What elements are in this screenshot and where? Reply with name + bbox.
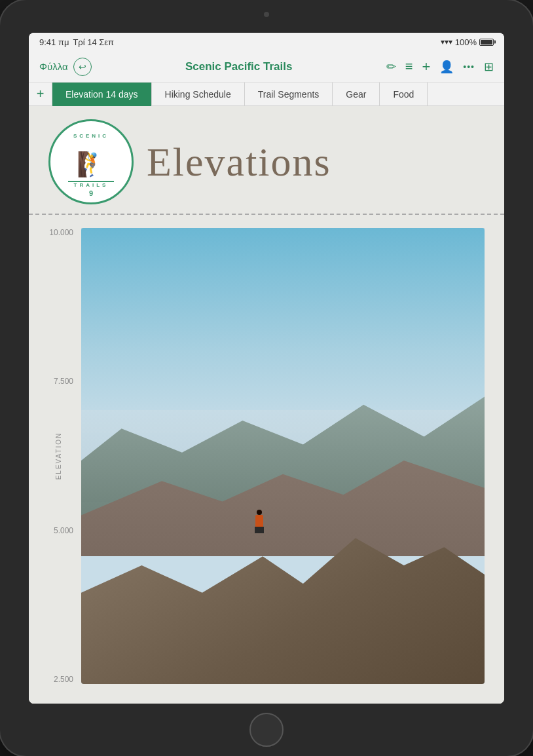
share-icon[interactable]: 👤 <box>439 60 454 74</box>
tab-food[interactable]: Food <box>380 83 428 106</box>
undo-button[interactable]: ↩ <box>73 58 92 76</box>
mountain-sky <box>81 228 485 433</box>
tab-elevation[interactable]: Elevation 14 days <box>52 83 152 106</box>
toolbar-right: ✏ ≡ + 👤 ••• ⊞ <box>386 58 494 75</box>
wifi-icon: ▾▾▾ <box>441 37 452 47</box>
main-content: SCENIC 🧗 TRAILS 9 Elevations <box>29 106 504 704</box>
y-tick-5000: 5.000 <box>54 526 73 535</box>
y-axis-label: ELEVATION <box>55 432 62 480</box>
logo-hiker-icon: 🧗 <box>77 151 106 178</box>
chart-area <box>81 221 485 690</box>
logo-circle: SCENIC 🧗 TRAILS 9 <box>48 119 134 204</box>
status-right: ▾▾▾ 100% <box>441 37 494 47</box>
logo-bottom-text: TRAILS <box>74 182 109 188</box>
y-tick-2500: 2.500 <box>54 675 73 684</box>
back-button[interactable]: Φύλλα <box>39 61 68 72</box>
header-section: SCENIC 🧗 TRAILS 9 Elevations <box>29 106 504 215</box>
pencil-icon[interactable]: ✏ <box>386 60 396 74</box>
hiker-figure <box>255 510 264 533</box>
add-button[interactable]: + <box>422 58 430 75</box>
home-button[interactable] <box>249 713 284 747</box>
y-axis-label-container: ELEVATION <box>52 432 64 480</box>
toolbar: Φύλλα ↩ Scenic Pacific Trails ✏ ≡ + 👤 ••… <box>29 51 504 83</box>
toolbar-left: Φύλλα ↩ <box>39 58 92 76</box>
logo-top-text: SCENIC <box>73 133 109 139</box>
tab-trail-segments[interactable]: Trail Segments <box>245 83 333 106</box>
battery-icon <box>479 39 494 46</box>
figure-body <box>255 515 263 527</box>
status-bar: 9:41 πμ Τρί 14 Σεπ ▾▾▾ 100% <box>29 33 504 51</box>
camera-dot <box>264 12 269 17</box>
figure-legs <box>255 527 264 533</box>
mountain-scene <box>81 228 485 684</box>
figure-head <box>257 510 262 515</box>
status-left: 9:41 πμ Τρί 14 Σεπ <box>39 37 114 47</box>
ipad-frame: 9:41 πμ Τρί 14 Σεπ ▾▾▾ 100% Φύλλα ↩ Scen… <box>0 0 533 756</box>
screen: 9:41 πμ Τρί 14 Σεπ ▾▾▾ 100% Φύλλα ↩ Scen… <box>29 33 504 704</box>
elevations-title: Elevations <box>147 139 331 185</box>
battery-percent: 100% <box>455 37 477 47</box>
mountain-photo <box>81 228 485 684</box>
battery-fill <box>481 40 492 45</box>
filter-icon[interactable]: ≡ <box>405 59 413 74</box>
undo-icon: ↩ <box>79 62 86 72</box>
day: Τρί 14 Σεπ <box>73 37 114 47</box>
y-tick-7500: 7.500 <box>54 377 73 386</box>
tabs-bar: + Elevation 14 days Hiking Schedule Trai… <box>29 83 504 106</box>
chart-container: ELEVATION 10.000 7.500 5.000 2.500 <box>29 215 504 704</box>
y-tick-10000: 10.000 <box>49 228 73 237</box>
toolbar-title: Scenic Pacific Trails <box>97 60 381 73</box>
more-icon[interactable]: ••• <box>463 62 475 72</box>
add-tab-button[interactable]: + <box>29 83 52 106</box>
table-icon[interactable]: ⊞ <box>484 60 494 74</box>
logo-number: 9 <box>89 189 93 197</box>
tab-gear[interactable]: Gear <box>333 83 380 106</box>
logo-badge: SCENIC 🧗 TRAILS 9 <box>48 119 134 204</box>
time: 9:41 πμ <box>39 37 69 47</box>
tab-hiking-schedule[interactable]: Hiking Schedule <box>152 83 245 106</box>
y-axis: ELEVATION 10.000 7.500 5.000 2.500 <box>29 221 81 690</box>
